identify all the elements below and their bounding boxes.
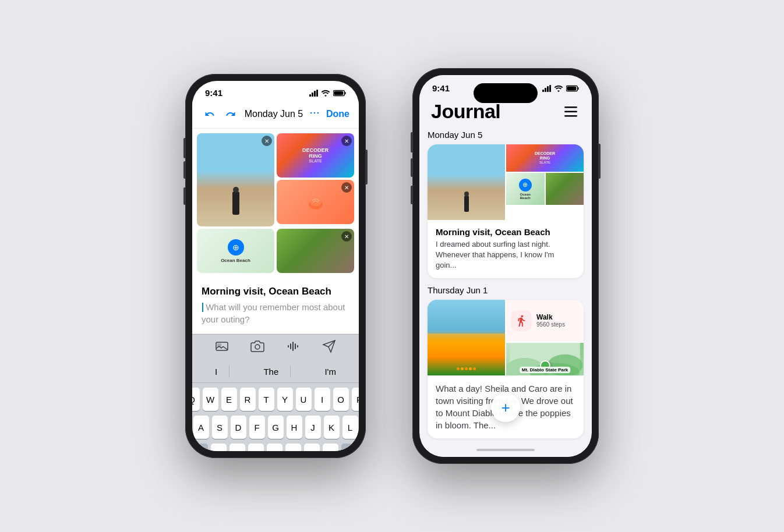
fab-container: + <box>491 393 520 422</box>
camera-button[interactable] <box>250 339 264 356</box>
monday-beach <box>428 144 505 220</box>
thursday-activities: Walk 9560 steps <box>506 300 584 375</box>
key-z[interactable]: Z <box>211 444 227 451</box>
journal-title: Journal <box>431 100 500 123</box>
beach-photo-cell[interactable]: ✕ <box>197 133 274 226</box>
key-y[interactable]: Y <box>277 388 293 411</box>
photo-library-button[interactable] <box>215 339 229 356</box>
right-home-bar <box>476 449 535 451</box>
add-entry-button[interactable]: + <box>491 393 520 422</box>
dog-photo-cell[interactable]: ✕ <box>277 229 354 273</box>
svg-rect-22 <box>564 111 577 112</box>
thursday-flowers <box>428 300 505 375</box>
autocomplete-im[interactable]: I'm <box>313 366 348 378</box>
close-seashell-button[interactable]: ✕ <box>341 182 352 193</box>
key-l[interactable]: L <box>342 416 358 439</box>
svg-rect-21 <box>564 107 577 108</box>
thursday-walk: Walk 9560 steps <box>506 300 584 342</box>
right-screen: 9:41 <box>419 75 592 457</box>
header-date: Monday Jun 5 <box>239 109 309 119</box>
autocomplete-i[interactable]: I <box>203 366 229 378</box>
location-cell[interactable]: ⊕ Ocean Beach <box>197 229 274 273</box>
location-label: Ocean Beach <box>221 258 250 263</box>
walk-label: Walk <box>536 313 565 321</box>
map-label: Mt. Diablo State Park <box>520 367 571 373</box>
filter-button[interactable] <box>561 102 580 121</box>
done-button[interactable]: Done <box>326 109 349 119</box>
send-button[interactable] <box>322 339 336 356</box>
text-cursor <box>202 303 203 312</box>
key-f[interactable]: F <box>249 416 265 439</box>
seashell-cell[interactable]: ✕ <box>277 180 354 224</box>
key-s[interactable]: S <box>212 416 228 439</box>
entry-placeholder[interactable]: What will you remember most about your o… <box>202 301 349 325</box>
key-r[interactable]: R <box>240 388 256 411</box>
waveform-button[interactable] <box>287 339 301 356</box>
redo-button[interactable] <box>223 106 239 122</box>
monday-beach-figure <box>464 196 469 212</box>
walk-steps: 9560 steps <box>536 321 565 328</box>
monday-podcast: DECODERRINGSLATE <box>506 144 584 172</box>
key-n[interactable]: N <box>304 444 320 451</box>
podcast-label: DECODERRING <box>302 148 329 159</box>
key-j[interactable]: J <box>305 416 321 439</box>
entry-text-area[interactable]: Morning visit, Ocean Beach What will you… <box>192 278 359 334</box>
left-screen: 9:41 <box>192 81 359 451</box>
left-time: 9:41 <box>205 88 223 98</box>
monday-card-title: Morning visit, Ocean Beach <box>436 227 575 237</box>
walk-icon <box>511 310 532 331</box>
key-c[interactable]: C <box>248 444 264 451</box>
close-dog-button[interactable]: ✕ <box>341 231 352 242</box>
monday-dog <box>546 173 584 205</box>
monday-card[interactable]: DECODERRINGSLATE ⊕ OceanBeach <box>428 144 584 278</box>
thursday-map: Mt. Diablo State Park <box>506 343 584 375</box>
svg-rect-15 <box>297 345 298 347</box>
shift-key[interactable]: ⬆ <box>192 444 208 451</box>
keyboard: Q W E R T Y U I O P A S D <box>192 383 359 451</box>
key-w[interactable]: W <box>203 388 218 411</box>
podcast-cell[interactable]: DECODERRING SLATE ✕ <box>277 133 354 178</box>
backspace-key[interactable]: ⌫ <box>341 444 359 451</box>
key-v[interactable]: V <box>267 444 282 451</box>
key-e[interactable]: E <box>221 388 237 411</box>
key-m[interactable]: M <box>323 444 338 451</box>
more-button[interactable] <box>309 107 320 122</box>
close-beach-button[interactable]: ✕ <box>262 136 272 146</box>
svg-rect-23 <box>564 115 577 117</box>
media-section: ✕ DECODERRING SLATE ✕ <box>192 129 359 278</box>
key-d[interactable]: D <box>231 416 246 439</box>
autocomplete-the[interactable]: The <box>252 366 291 378</box>
svg-rect-2 <box>344 91 345 94</box>
key-a[interactable]: A <box>193 416 209 439</box>
monday-bottom-right: ⊕ OceanBeach <box>506 173 584 205</box>
svg-rect-20 <box>577 87 578 89</box>
left-status-icons <box>309 90 346 97</box>
key-b[interactable]: B <box>285 444 301 451</box>
undo-button[interactable] <box>202 106 218 122</box>
thursday-media: Walk 9560 steps <box>428 300 584 375</box>
svg-rect-11 <box>288 345 289 347</box>
header-actions <box>202 106 239 122</box>
thursday-date-label: Thursday Jun 1 <box>428 285 584 295</box>
right-home-indicator <box>419 443 592 457</box>
key-g[interactable]: G <box>268 416 284 439</box>
key-p[interactable]: P <box>352 388 359 411</box>
keyboard-row-1: Q W E R T Y U I O P <box>195 388 356 411</box>
monday-card-text: Morning visit, Ocean Beach I dreamed abo… <box>428 220 584 278</box>
key-q[interactable]: Q <box>192 388 200 411</box>
key-u[interactable]: U <box>296 388 312 411</box>
close-podcast-button[interactable]: ✕ <box>341 136 352 146</box>
key-t[interactable]: T <box>259 388 274 411</box>
key-o[interactable]: O <box>333 388 349 411</box>
key-x[interactable]: X <box>229 444 245 451</box>
autocomplete-bar: I The I'm <box>192 361 359 383</box>
right-phone: 9:41 <box>412 68 599 464</box>
key-i[interactable]: I <box>315 388 330 411</box>
key-k[interactable]: K <box>324 416 340 439</box>
svg-point-3 <box>310 112 312 114</box>
key-h[interactable]: H <box>287 416 302 439</box>
monday-location-label: OceanBeach <box>520 193 531 200</box>
walk-info: Walk 9560 steps <box>536 313 565 328</box>
signal-icon <box>309 90 318 97</box>
keyboard-row-2: A S D F G H J K L <box>195 416 356 439</box>
